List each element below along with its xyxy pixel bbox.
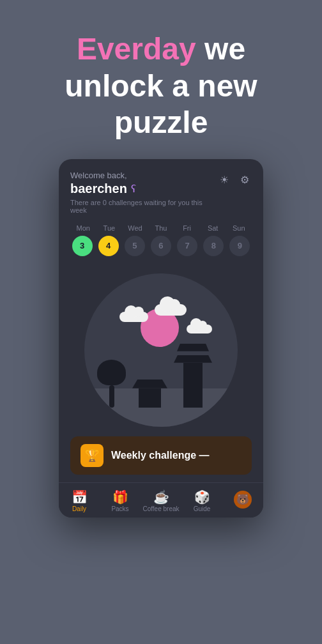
trophy-icon: 🏆 (80, 444, 103, 467)
header-icons (217, 173, 252, 187)
guide-label: Guide (194, 505, 211, 512)
day-5[interactable]: 5 (125, 236, 145, 256)
calendar-section: Mon Tue Wed Thu Fri Sat Sun 3 4 5 6 7 8 … (59, 220, 263, 264)
pavilion-roof (132, 379, 167, 388)
coffee-icon: ☕ (153, 491, 169, 503)
username-label: baerchen (70, 181, 127, 196)
day-label-wed: Wed (122, 224, 148, 232)
day-8[interactable]: 8 (203, 236, 224, 256)
nav-guide[interactable]: 🎲 Guide (181, 488, 222, 515)
day-label-tue: Tue (96, 224, 123, 232)
day-3[interactable]: 3 (72, 236, 93, 256)
challenge-separator: — (199, 450, 210, 461)
pagoda-roof-top (177, 344, 209, 351)
daily-icon: 📅 (72, 491, 88, 503)
username-symbol: ʕ (131, 183, 136, 195)
guide-icon: 🎲 (194, 491, 210, 503)
tree-top (97, 360, 126, 385)
day-label-fri: Fri (174, 224, 200, 232)
nav-profile[interactable]: 🐻 (222, 488, 263, 515)
username-row: baerchen ʕ (70, 181, 217, 196)
subtitle-text: There are 0 challenges waiting for you t… (70, 199, 217, 214)
coffee-label: Coffee break (142, 505, 179, 512)
weekly-challenge-bar[interactable]: 🏆 Weekly challenge — (70, 436, 252, 475)
bonsai-tree (97, 360, 126, 408)
day-label-sat: Sat (200, 224, 226, 232)
profile-avatar: 🐻 (234, 491, 252, 509)
pagoda-roof-mid (174, 355, 212, 363)
daily-label: Daily (72, 505, 86, 512)
bottom-nav: 📅 Daily 🎁 Packs ☕ Coffee break 🎲 Guide 🐻 (59, 482, 263, 518)
scene-circle (84, 273, 238, 427)
day-numbers: 3 4 5 6 7 8 9 (70, 236, 252, 256)
welcome-text: Welcome back, (70, 171, 217, 180)
pavilion (132, 379, 167, 408)
pagoda (174, 344, 212, 408)
day-6[interactable]: 6 (151, 236, 171, 256)
day-label-mon: Mon (70, 224, 96, 232)
day-label-thu: Thu (148, 224, 174, 232)
illustration-area (59, 264, 263, 436)
day-labels: Mon Tue Wed Thu Fri Sat Sun (70, 224, 252, 232)
phone-card: Welcome back, baerchen ʕ There are 0 cha… (59, 159, 263, 518)
building-group (84, 325, 238, 408)
highlight-word: Everday (77, 32, 196, 66)
header-section: Everday we unlock a new puzzle (65, 31, 257, 141)
cloud-1 (155, 304, 187, 316)
pavilion-body (139, 388, 161, 408)
day-9[interactable]: 9 (229, 236, 250, 256)
main-title: Everday we unlock a new puzzle (65, 31, 257, 141)
cloud-3 (119, 312, 148, 322)
pagoda-body (183, 363, 203, 408)
settings-icon[interactable] (238, 173, 252, 187)
packs-label: Packs (111, 505, 128, 512)
welcome-section: Welcome back, baerchen ʕ There are 0 cha… (70, 171, 217, 214)
tree-trunk (109, 385, 114, 408)
day-label-sun: Sun (226, 224, 252, 232)
nav-coffee[interactable]: ☕ Coffee break (141, 488, 181, 515)
nav-packs[interactable]: 🎁 Packs (100, 488, 141, 515)
challenge-label: Weekly challenge — (111, 450, 241, 461)
day-4[interactable]: 4 (98, 236, 119, 256)
brightness-icon[interactable] (217, 173, 231, 187)
day-7[interactable]: 7 (177, 236, 197, 256)
packs-icon: 🎁 (112, 491, 128, 503)
nav-daily[interactable]: 📅 Daily (59, 488, 100, 515)
card-header: Welcome back, baerchen ʕ There are 0 cha… (59, 159, 263, 220)
